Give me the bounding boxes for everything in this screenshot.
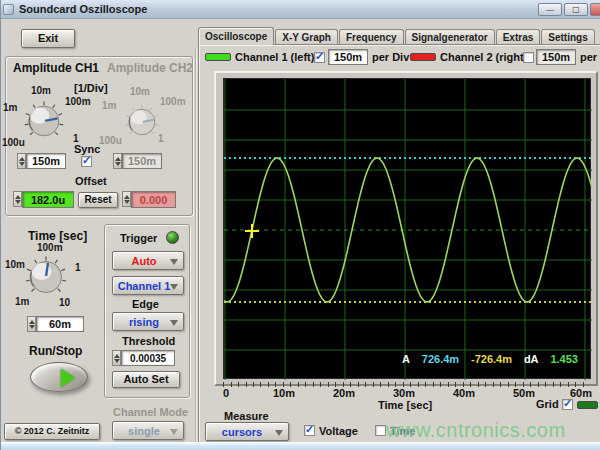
title-bar[interactable]: Soundcard Oszilloscope — ▢ ✕: [1, 0, 600, 19]
voltage-label: Voltage: [319, 425, 358, 437]
maximize-button[interactable]: ▢: [564, 3, 588, 16]
time-field[interactable]: 60m: [36, 316, 84, 332]
waveform-canvas: [224, 79, 592, 380]
close-button[interactable]: ✕: [590, 3, 600, 16]
x-tick-label: 40m: [453, 387, 475, 399]
channel2-color-swatch: [410, 53, 436, 61]
watermark-text: www.cntronics.com: [386, 419, 566, 442]
cursor-upper-value: 726.4m: [422, 353, 459, 365]
x-tick-label: 10m: [273, 387, 295, 399]
tab-settings[interactable]: Settings: [541, 29, 594, 45]
measure-label: Measure: [224, 410, 269, 422]
channel2-checkbox[interactable]: [523, 52, 534, 63]
scope-plot[interactable]: A 726.4m -726.4m dA 1.453: [223, 78, 591, 379]
channel2-perdiv-label: per Div: [580, 51, 600, 63]
knob-scale-label: 1: [158, 133, 164, 144]
exit-button[interactable]: Exit: [21, 29, 75, 48]
trigger-edge-dropdown[interactable]: rising: [112, 312, 184, 331]
chevron-down-icon: [170, 284, 178, 294]
threshold-spinner[interactable]: [112, 350, 121, 366]
amplitude-ch1-knob[interactable]: [22, 99, 66, 143]
offset-ch2-spinner[interactable]: [122, 191, 131, 207]
knob-scale-label: 100m: [65, 96, 91, 107]
chevron-down-icon: [275, 430, 283, 440]
knob-scale-label: 10m: [5, 259, 25, 270]
cursor-readout: A 726.4m -726.4m dA 1.453: [402, 353, 578, 365]
channel-mode-dropdown[interactable]: single: [112, 421, 184, 440]
cursor-da-label: dA: [524, 353, 539, 365]
threshold-label: Threshold: [122, 335, 175, 347]
tab-oscilloscope[interactable]: Oscilloscope: [198, 27, 274, 45]
knob-scale-label: 100m: [37, 242, 63, 253]
x-tick-label: 20m: [333, 387, 355, 399]
tab-extras[interactable]: Extras: [496, 29, 541, 45]
panel-divider: [195, 48, 196, 442]
grid-label: Grid: [536, 398, 559, 410]
trigger-mode-value: Auto: [131, 255, 156, 267]
autoset-button[interactable]: Auto Set: [112, 371, 180, 388]
knob-scale-label: 1m: [15, 296, 29, 307]
cursor-lower-value: -726.4m: [471, 353, 512, 365]
grid-checkbox[interactable]: [562, 399, 573, 410]
measure-mode-value: cursors: [222, 426, 262, 438]
channel1-checkbox[interactable]: [314, 52, 325, 63]
minimize-button[interactable]: —: [538, 3, 562, 16]
channel2-perdiv-field[interactable]: 150m: [536, 49, 576, 65]
chevron-down-icon: [170, 259, 178, 269]
knob-scale-label: 1: [75, 262, 81, 273]
trigger-source-dropdown[interactable]: Channel 1: [112, 276, 184, 295]
threshold-field[interactable]: 0.00035: [121, 350, 175, 366]
knob-scale-label: 100u: [2, 137, 25, 148]
amplitude-ch1-title: Amplitude CH1: [13, 61, 99, 75]
amplitude-ch2-knob[interactable]: [123, 103, 161, 141]
measure-mode-dropdown[interactable]: cursors: [205, 422, 289, 441]
x-tick-label: 60m: [570, 387, 592, 399]
chevron-down-icon: [170, 429, 178, 439]
time-spinner[interactable]: [27, 316, 36, 332]
chevron-down-icon: [170, 320, 178, 330]
x-axis-labels: 0 10m 20m 30m 40m 50m 60m: [223, 387, 591, 398]
time-knob[interactable]: [23, 254, 69, 300]
x-tick-label: 30m: [393, 387, 415, 399]
knob-scale-label: 10m: [31, 85, 51, 96]
channel1-color-swatch: [205, 53, 231, 61]
trigger-title: Trigger: [120, 232, 157, 244]
tab-frequency[interactable]: Frequency: [339, 29, 404, 45]
app-icon: [3, 4, 14, 15]
time-measure-checkbox[interactable]: [375, 425, 386, 436]
window-title: Soundcard Oszilloscope: [19, 3, 147, 15]
runstop-label: Run/Stop: [29, 344, 82, 358]
ch2-scale-field[interactable]: 150m: [122, 153, 162, 169]
window-bottom-edge: [1, 442, 600, 450]
sync-checkbox[interactable]: [81, 156, 92, 167]
tab-signalgenerator[interactable]: Signalgenerator: [405, 29, 495, 45]
ch1-scale-field[interactable]: 150m: [26, 153, 66, 169]
channel-mode-value: single: [128, 425, 160, 437]
offset-ch2-field[interactable]: 0.000: [131, 191, 176, 208]
trigger-led: [166, 231, 179, 244]
ch2-scale-spinner[interactable]: [113, 153, 122, 169]
x-tick-label: 0: [223, 387, 229, 399]
knob-scale-label: 10m: [130, 86, 150, 97]
reset-button[interactable]: Reset: [78, 192, 118, 208]
voltage-checkbox[interactable]: [304, 425, 315, 436]
offset-ch1-field[interactable]: 182.0u: [22, 191, 74, 208]
channel1-label: Channel 1 (left): [235, 51, 314, 63]
runstop-button[interactable]: [30, 362, 88, 392]
tab-xy-graph[interactable]: X-Y Graph: [275, 29, 338, 45]
offset-label: Offset: [75, 175, 107, 187]
amplitude-unit-label: [1/Div]: [74, 82, 108, 94]
x-tick-label: 50m: [513, 387, 535, 399]
channel1-perdiv-field[interactable]: 150m: [328, 49, 368, 65]
channel1-perdiv-label: per Div: [372, 51, 409, 63]
grid-color-swatch: [577, 401, 598, 409]
knob-scale-label: 1m: [102, 100, 116, 111]
offset-ch1-spinner[interactable]: [13, 191, 22, 207]
trigger-mode-dropdown[interactable]: Auto: [112, 251, 184, 270]
play-icon: [61, 369, 84, 387]
cursor-delta-value: 1.453: [550, 353, 578, 365]
ch1-scale-spinner[interactable]: [17, 153, 26, 169]
cursor-a-label: A: [402, 353, 410, 365]
edge-label: Edge: [132, 298, 159, 310]
time-title: Time [sec]: [28, 229, 87, 243]
